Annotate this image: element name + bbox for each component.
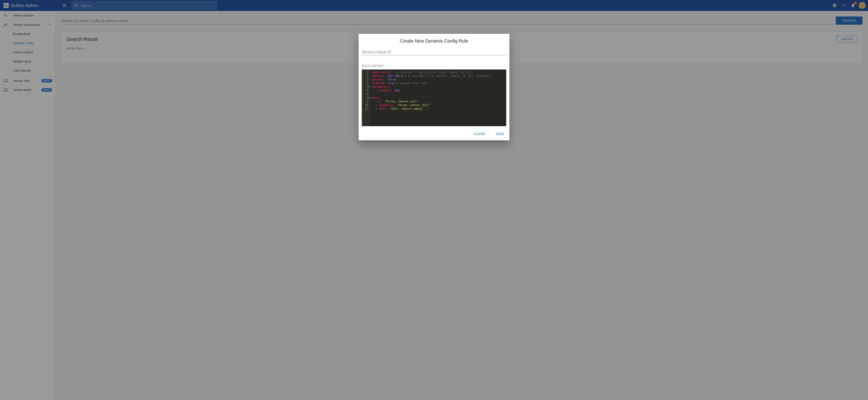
create-dynamic-config-dialog: Create New Dynamic Config Rule RULE CONT…: [359, 34, 509, 140]
close-button[interactable]: CLOSE: [472, 131, 487, 137]
editor-gutter: 1234567891011: [362, 69, 370, 126]
rule-content-editor[interactable]: 1234567891011 application: # consumer's …: [362, 69, 506, 126]
editor-code[interactable]: application: # consumer's application na…: [370, 69, 506, 126]
dialog-title: Create New Dynamic Config Rule: [359, 34, 509, 49]
rule-content-label: RULE CONTENT: [362, 64, 506, 68]
save-button[interactable]: SAVE: [494, 131, 506, 137]
service-unique-id-input[interactable]: [362, 49, 506, 55]
